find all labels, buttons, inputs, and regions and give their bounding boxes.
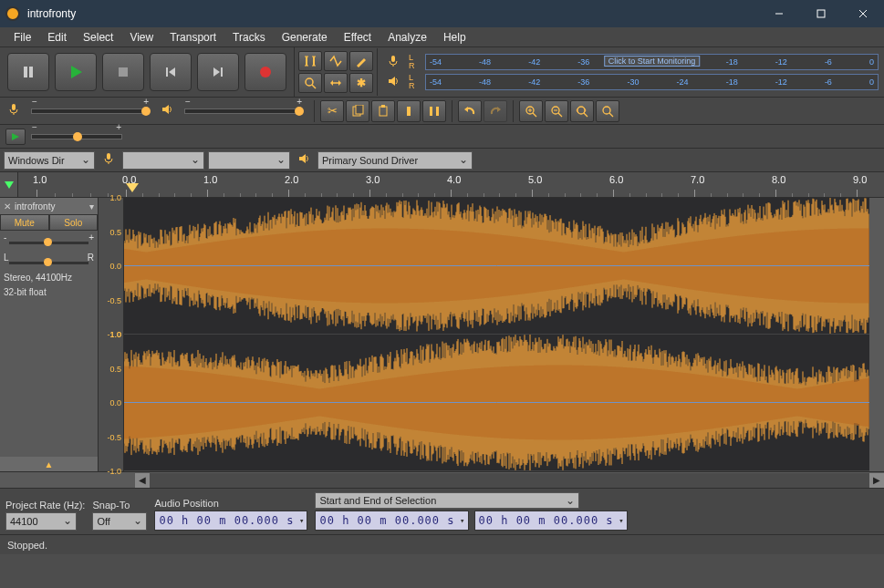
zoom-out-button[interactable] bbox=[545, 100, 568, 122]
gain-slider[interactable]: - + bbox=[0, 231, 98, 251]
svg-marker-9 bbox=[169, 67, 175, 77]
menu-tracks[interactable]: Tracks bbox=[224, 29, 274, 46]
play-device-combo[interactable]: Primary Sound Driver bbox=[317, 151, 473, 170]
svg-marker-51 bbox=[12, 133, 19, 140]
selection-tool-icon[interactable] bbox=[298, 51, 322, 71]
start-monitoring-caption[interactable]: Click to Start Monitoring bbox=[604, 56, 701, 67]
paste-button[interactable] bbox=[371, 100, 395, 122]
trim-button[interactable] bbox=[397, 100, 421, 122]
record-button[interactable] bbox=[244, 53, 286, 91]
playback-speed-slider[interactable]: −+ bbox=[31, 134, 122, 139]
draw-tool-icon[interactable] bbox=[349, 51, 373, 71]
menu-bar: File Edit Select View Transport Tracks G… bbox=[0, 27, 884, 47]
menu-transport[interactable]: Transport bbox=[161, 29, 224, 46]
skip-end-button[interactable] bbox=[197, 53, 239, 91]
track-menu-icon[interactable]: ▾ bbox=[89, 201, 94, 211]
undo-button[interactable] bbox=[458, 100, 482, 122]
svg-marker-19 bbox=[357, 58, 366, 67]
menu-effect[interactable]: Effect bbox=[336, 29, 380, 46]
waveform-area[interactable] bbox=[124, 198, 869, 471]
selection-start-field[interactable]: 00 h 00 m 00.000 s bbox=[315, 511, 468, 531]
multi-tool-icon[interactable]: ✱ bbox=[349, 73, 373, 93]
close-button[interactable] bbox=[842, 0, 884, 27]
copy-button[interactable] bbox=[346, 100, 369, 122]
envelope-tool-icon[interactable] bbox=[324, 51, 348, 71]
cut-button[interactable]: ✂ bbox=[320, 100, 344, 122]
rec-device-icon bbox=[99, 152, 119, 168]
pan-slider[interactable]: L R bbox=[0, 251, 98, 271]
waveform-left[interactable] bbox=[124, 198, 869, 335]
track-format: Stereo, 44100Hz bbox=[0, 271, 98, 285]
menu-generate[interactable]: Generate bbox=[274, 29, 336, 46]
svg-marker-27 bbox=[389, 77, 395, 86]
skip-start-button[interactable] bbox=[150, 53, 192, 91]
track-collapse-icon[interactable]: ▲ bbox=[0, 457, 98, 471]
svg-rect-52 bbox=[107, 153, 110, 160]
fit-selection-button[interactable] bbox=[570, 100, 594, 122]
fit-project-button[interactable] bbox=[596, 100, 619, 122]
svg-rect-35 bbox=[407, 107, 411, 116]
project-rate-label: Project Rate (Hz): bbox=[5, 500, 85, 511]
minimize-button[interactable] bbox=[758, 0, 800, 27]
scroll-right-icon[interactable]: ▶ bbox=[869, 473, 884, 488]
svg-point-20 bbox=[306, 78, 313, 86]
play-at-speed-button[interactable] bbox=[5, 129, 26, 145]
svg-marker-30 bbox=[162, 105, 169, 114]
menu-select[interactable]: Select bbox=[75, 29, 121, 46]
pause-button[interactable] bbox=[7, 53, 49, 91]
horizontal-scrollbar[interactable]: ◀ ▶ bbox=[0, 471, 884, 488]
silence-button[interactable] bbox=[422, 100, 446, 122]
svg-line-50 bbox=[609, 113, 613, 117]
snap-to-label: Snap-To bbox=[92, 500, 147, 511]
timeline-ruler[interactable]: 1.00.01.02.03.04.05.06.07.08.09.0 bbox=[0, 172, 884, 198]
project-rate-combo[interactable]: 44100 bbox=[5, 512, 77, 531]
mic-icon[interactable] bbox=[383, 55, 403, 70]
timeline-options-icon[interactable] bbox=[0, 172, 18, 197]
vertical-scrollbar[interactable] bbox=[869, 198, 884, 471]
play-level-slider[interactable]: −+ bbox=[184, 108, 303, 114]
selection-mode-combo[interactable]: Start and End of Selection bbox=[315, 492, 579, 509]
redo-button[interactable] bbox=[484, 100, 507, 122]
svg-rect-34 bbox=[381, 105, 385, 108]
svg-rect-8 bbox=[166, 67, 168, 77]
svg-rect-11 bbox=[221, 67, 223, 77]
maximize-button[interactable] bbox=[800, 0, 842, 27]
play-button[interactable] bbox=[55, 53, 97, 91]
play-device-icon bbox=[294, 152, 314, 168]
menu-analyze[interactable]: Analyze bbox=[380, 29, 435, 46]
track-name: introfronty bbox=[15, 201, 55, 211]
menu-edit[interactable]: Edit bbox=[39, 29, 75, 46]
audio-position-field[interactable]: 00 h 00 m 00.000 s bbox=[154, 511, 307, 531]
track-close-icon[interactable]: ✕ bbox=[4, 201, 11, 211]
scroll-left-icon[interactable]: ◀ bbox=[135, 473, 150, 488]
status-text: Stopped. bbox=[7, 540, 47, 551]
rec-device-combo[interactable] bbox=[122, 151, 204, 170]
toolbar-row-3: −+ bbox=[0, 125, 884, 149]
menu-view[interactable]: View bbox=[121, 29, 161, 46]
rec-level-slider[interactable]: −+ bbox=[31, 108, 150, 114]
snap-to-combo[interactable]: Off bbox=[92, 512, 147, 531]
selection-end-field[interactable]: 00 h 00 m 00.000 s bbox=[474, 511, 628, 531]
svg-marker-38 bbox=[464, 107, 468, 112]
menu-help[interactable]: Help bbox=[435, 29, 474, 46]
zoom-tool-icon[interactable] bbox=[298, 73, 322, 93]
svg-rect-5 bbox=[29, 67, 33, 77]
zoom-in-button[interactable] bbox=[519, 100, 543, 122]
timeshift-tool-icon[interactable] bbox=[324, 73, 348, 93]
stop-button[interactable] bbox=[102, 53, 144, 91]
record-meter[interactable]: -54-48-42-36-30-24-18-12-60 Click to Sta… bbox=[425, 54, 879, 70]
rec-channels-combo[interactable] bbox=[208, 151, 290, 170]
svg-rect-7 bbox=[119, 67, 128, 77]
menu-file[interactable]: File bbox=[5, 29, 39, 46]
svg-marker-23 bbox=[330, 80, 333, 86]
waveform-right[interactable] bbox=[124, 335, 869, 471]
track-name-row[interactable]: ✕ introfronty ▾ bbox=[0, 198, 98, 214]
mute-button[interactable]: Mute bbox=[0, 214, 49, 231]
solo-button[interactable]: Solo bbox=[49, 214, 99, 231]
playback-meter[interactable]: -54-48-42-36-30-24-18-12-60 bbox=[425, 74, 879, 90]
status-bar: Stopped. bbox=[0, 534, 884, 554]
speaker-icon[interactable] bbox=[383, 75, 403, 90]
device-toolbar: Windows Dir Primary Sound Driver bbox=[0, 149, 884, 172]
title-bar: introfronty bbox=[0, 0, 884, 27]
audio-host-combo[interactable]: Windows Dir bbox=[4, 151, 95, 170]
